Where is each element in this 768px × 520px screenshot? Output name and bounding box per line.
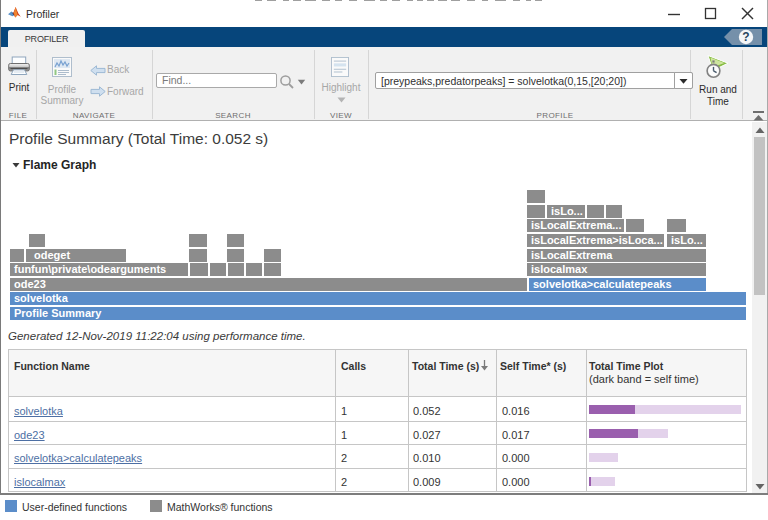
svg-text:?: ? (742, 30, 749, 44)
